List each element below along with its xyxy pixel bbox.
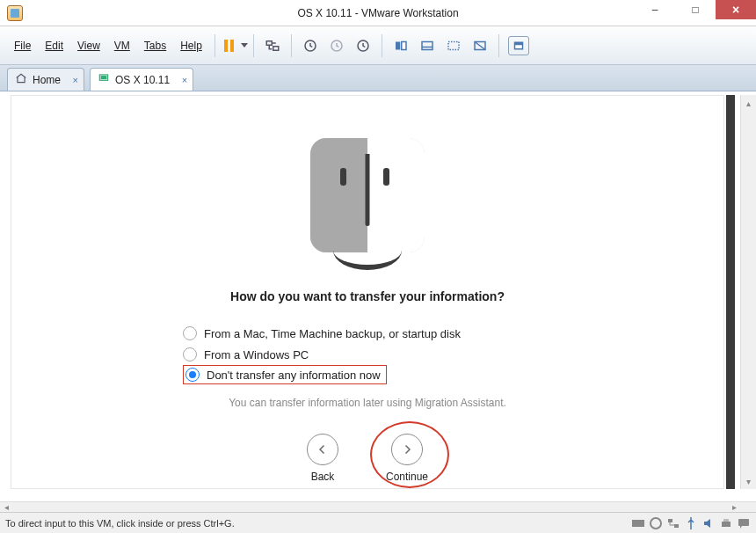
cd-icon[interactable]	[649, 516, 663, 530]
vm-icon	[98, 72, 110, 87]
svg-rect-16	[632, 520, 644, 527]
migration-prompt: How do you want to transfer your informa…	[11, 289, 723, 303]
scroll-up-icon[interactable]: ▴	[741, 95, 756, 111]
window-controls: – □ ×	[635, 0, 756, 19]
nav-buttons: Back Continue	[11, 434, 723, 483]
horizontal-scrollbar[interactable]: ◂ ▸	[0, 501, 756, 512]
radio-icon[interactable]	[185, 368, 200, 382]
back-label: Back	[311, 471, 335, 483]
option-dont-transfer[interactable]: Don't transfer any information now	[183, 365, 387, 384]
menu-edit[interactable]: Edit	[38, 36, 70, 55]
window-titlebar: OS X 10.11 - VMware Workstation – □ ×	[0, 0, 756, 26]
option-from-windows[interactable]: From a Windows PC	[183, 344, 552, 365]
option-label: From a Mac, Time Machine backup, or star…	[204, 327, 461, 340]
snapshot-manager-icon[interactable]	[353, 36, 373, 55]
app-icon	[7, 5, 23, 21]
menu-tabs[interactable]: Tabs	[137, 36, 173, 55]
menu-help[interactable]: Help	[173, 36, 209, 55]
view-unity-icon[interactable]	[470, 36, 490, 55]
window-maximize-button[interactable]: □	[675, 0, 716, 19]
view-console-icon[interactable]	[391, 36, 411, 55]
vm-black-border	[726, 95, 735, 489]
tab-close-icon[interactable]: ×	[182, 75, 187, 85]
svg-point-17	[651, 518, 661, 529]
migration-options: From a Mac, Time Machine backup, or star…	[183, 323, 552, 384]
snapshot-take-icon[interactable]	[301, 36, 320, 55]
dropdown-arrow-icon[interactable]	[241, 43, 248, 47]
option-label: From a Windows PC	[204, 348, 309, 361]
svg-rect-7	[422, 41, 433, 49]
scroll-down-icon[interactable]: ▾	[741, 473, 756, 489]
arrow-right-icon	[391, 434, 423, 465]
svg-rect-15	[101, 77, 106, 79]
radio-icon[interactable]	[183, 326, 197, 340]
sound-icon[interactable]	[701, 516, 716, 530]
svg-rect-18	[668, 519, 672, 522]
disk-icon[interactable]	[631, 516, 645, 530]
toolbar-separator	[253, 34, 254, 57]
tab-label: OS X 10.11	[115, 74, 170, 86]
tab-close-icon[interactable]: ×	[73, 75, 78, 85]
library-toggle-icon[interactable]	[508, 36, 529, 55]
option-label: Don't transfer any information now	[207, 369, 381, 382]
pause-icon	[224, 40, 234, 52]
finder-face-logo	[11, 138, 723, 268]
pause-button[interactable]	[224, 40, 248, 52]
toolbar-separator	[382, 34, 382, 57]
svg-rect-22	[738, 519, 749, 526]
usb-icon[interactable]	[684, 516, 698, 530]
menu-view[interactable]: View	[70, 36, 107, 55]
tabstrip: Home × OS X 10.11 ×	[0, 65, 756, 91]
continue-button[interactable]: Continue	[386, 434, 428, 483]
printer-icon[interactable]	[719, 516, 733, 530]
snapshot-revert-icon[interactable]	[327, 36, 346, 55]
svg-rect-13	[514, 42, 522, 45]
window-minimize-button[interactable]: –	[635, 0, 675, 19]
toolbar-separator	[291, 34, 292, 57]
menu-file[interactable]: File	[7, 36, 38, 55]
status-device-icons	[631, 516, 751, 530]
toolbar-separator	[498, 34, 499, 57]
tab-home[interactable]: Home ×	[7, 68, 84, 91]
back-button[interactable]: Back	[307, 434, 338, 483]
menu-vm[interactable]: VM	[107, 36, 137, 55]
svg-rect-21	[723, 519, 729, 522]
svg-rect-5	[396, 41, 400, 49]
network-icon[interactable]	[666, 516, 680, 530]
svg-rect-20	[722, 522, 731, 527]
menubar: File Edit View VM Tabs Help	[0, 26, 756, 65]
tab-osx[interactable]: OS X 10.11 ×	[90, 68, 193, 91]
message-icon[interactable]	[737, 516, 751, 530]
window-title: OS X 10.11 - VMware Workstation	[297, 7, 458, 19]
vertical-scrollbar[interactable]: ▴ ▾	[740, 95, 756, 489]
svg-line-11	[475, 41, 485, 49]
continue-label: Continue	[386, 471, 428, 483]
vm-viewport[interactable]: ↖ How do you want to transfer your infor…	[0, 91, 756, 498]
svg-rect-1	[273, 46, 279, 50]
radio-icon[interactable]	[183, 347, 197, 361]
arrow-left-icon	[307, 434, 338, 465]
vm-screen[interactable]: ↖ How do you want to transfer your infor…	[11, 95, 724, 489]
window-close-button[interactable]: ×	[716, 0, 756, 19]
option-from-mac[interactable]: From a Mac, Time Machine backup, or star…	[183, 323, 552, 344]
send-ctrl-alt-del-icon[interactable]	[263, 36, 282, 55]
statusbar: To direct input to this VM, click inside…	[0, 512, 756, 533]
svg-rect-0	[266, 40, 272, 45]
scroll-right-icon[interactable]: ▸	[728, 502, 740, 512]
svg-rect-9	[448, 41, 459, 49]
tab-label: Home	[33, 74, 61, 86]
view-single-icon[interactable]	[418, 36, 437, 55]
status-hint: To direct input to this VM, click inside…	[5, 518, 235, 529]
migration-helper-text: You can transfer information later using…	[11, 397, 723, 409]
home-icon	[15, 72, 27, 87]
svg-rect-6	[402, 41, 406, 49]
toolbar-separator	[214, 34, 215, 57]
view-fullscreen-icon[interactable]	[444, 36, 463, 55]
scroll-left-icon[interactable]: ◂	[0, 502, 12, 512]
